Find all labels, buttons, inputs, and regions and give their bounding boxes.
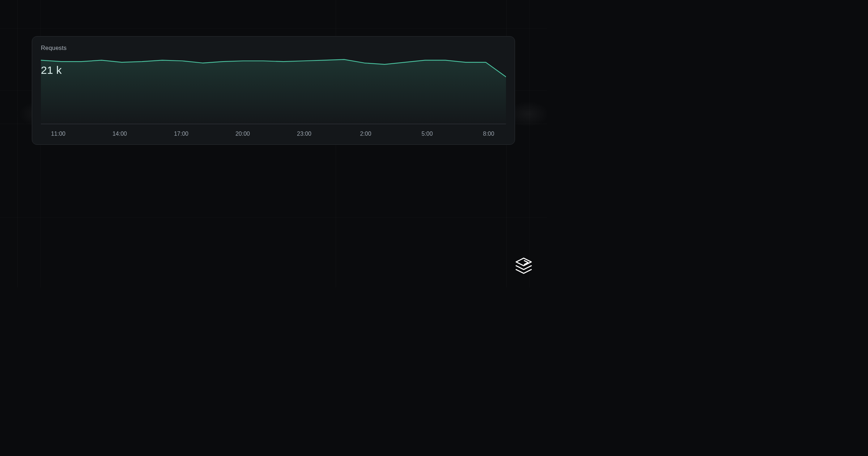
x-tick-label: 8:00 [483, 131, 494, 137]
x-tick-label: 20:00 [235, 131, 250, 137]
requests-card: Requests 21 k 11:0014:0017:0020:0023:002… [32, 36, 515, 145]
x-tick-label: 11:00 [51, 131, 65, 137]
x-tick-label: 5:00 [421, 131, 433, 137]
x-axis-labels: 11:0014:0017:0020:0023:002:005:008:00 [41, 131, 506, 139]
x-tick-label: 2:00 [360, 131, 371, 137]
card-title: Requests [41, 45, 506, 51]
x-tick-label: 14:00 [112, 131, 127, 137]
x-tick-label: 17:00 [174, 131, 188, 137]
brand-logo-icon [514, 256, 534, 276]
chart-svg [41, 55, 506, 124]
chart-plot-area [41, 55, 506, 124]
x-tick-label: 23:00 [297, 131, 311, 137]
svg-marker-1 [516, 258, 531, 266]
